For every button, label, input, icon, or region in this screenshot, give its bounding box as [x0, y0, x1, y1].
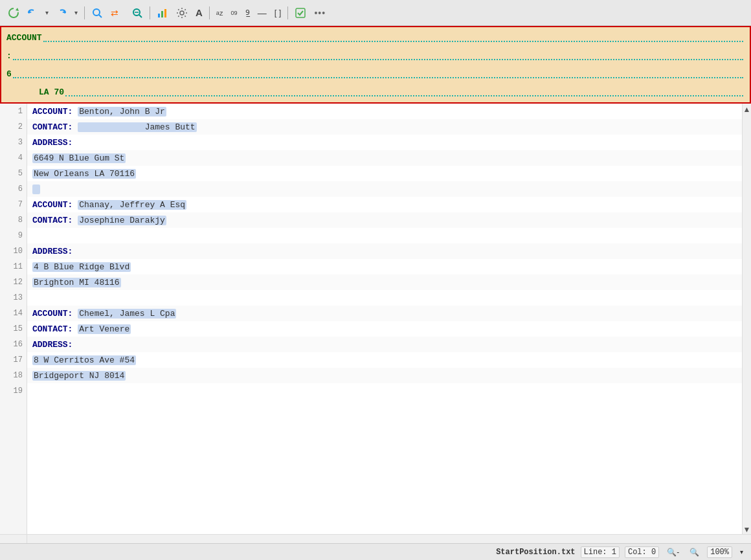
svg-rect-10: [161, 11, 163, 17]
dash-btn[interactable]: —: [255, 6, 269, 19]
table-row: 4 B Blue Ridge Blvd: [27, 259, 742, 274]
redo-btn[interactable]: [54, 6, 69, 19]
value-7: Chanay, Jeffrey A Esq: [78, 200, 186, 210]
svg-rect-13: [296, 8, 305, 17]
keyword-7: ACCOUNT:: [32, 200, 73, 210]
table-row: 8 W Cerritos Ave #54: [27, 352, 742, 368]
find-btn[interactable]: [89, 6, 106, 20]
value-8: Josephine Darakjy: [78, 216, 166, 225]
value-5: New Orleans LA 70116: [32, 169, 136, 179]
search-bar: ACCOUNT : 6 LA 70: [0, 26, 751, 104]
line-num-2: 2: [0, 119, 27, 135]
value-1: Benton, John B Jr: [78, 107, 166, 117]
table-row: ADDRESS:: [27, 337, 742, 352]
table-row: ADDRESS:: [27, 135, 742, 150]
line-num-9: 9: [0, 228, 27, 243]
dotted-line-3: [13, 69, 743, 78]
search2-btn[interactable]: [129, 6, 146, 20]
value-15: Art Venere: [78, 324, 131, 334]
hscroll-track[interactable]: [27, 535, 751, 543]
table-row: ACCOUNT: Chanay, Jeffrey A Esq: [27, 197, 742, 212]
keyword-2: CONTACT:: [32, 122, 73, 132]
value-11: 4 B Blue Ridge Blvd: [32, 262, 131, 272]
line-num-8: 8: [0, 212, 27, 228]
status-line-label: Line: 1: [581, 546, 620, 558]
dotted-line-1: [43, 33, 743, 42]
scroll-bottom-btn[interactable]: ▼: [743, 525, 751, 534]
search-label-1: ACCOUNT: [6, 33, 42, 43]
sep3: [209, 6, 210, 19]
az-btn[interactable]: az: [214, 8, 226, 18]
scroll-top-btn[interactable]: ▲: [743, 105, 751, 114]
editor-content[interactable]: ACCOUNT: Benton, John B Jr CONTACT: Jame…: [27, 104, 742, 534]
toolbar: ▾ ▾ ⇄ A az 09 9̲ — [ ] •••: [0, 0, 751, 26]
hscroll-left: [0, 535, 27, 543]
search-row-2: :: [1, 47, 750, 65]
svg-text:⇄: ⇄: [111, 8, 118, 18]
line-num-4: 4: [0, 150, 27, 166]
num-btn[interactable]: 9̲: [243, 7, 252, 18]
sep2: [150, 6, 150, 19]
keyword-16: ADDRESS:: [32, 340, 73, 350]
chart-btn[interactable]: [154, 6, 171, 20]
keyword-1: ACCOUNT:: [32, 107, 73, 117]
redo-dropdown-btn[interactable]: ▾: [72, 8, 80, 17]
font-btn[interactable]: A: [193, 6, 205, 19]
09-btn[interactable]: 09: [228, 8, 240, 17]
svg-rect-9: [158, 14, 160, 17]
settings-btn[interactable]: [174, 6, 190, 20]
line-num-15: 15: [0, 321, 27, 337]
svg-rect-11: [164, 9, 166, 17]
search-label-3: 6: [6, 69, 12, 79]
zoom-out-btn[interactable]: 🔍-: [664, 546, 682, 558]
table-row: Brighton MI 48116: [27, 274, 742, 290]
search-row-3: 6: [1, 65, 750, 83]
value-4: 6649 N Blue Gum St: [32, 153, 126, 163]
line-num-17: 17: [0, 352, 27, 368]
line-num-19: 19: [0, 383, 27, 399]
status-zoom: 100%: [707, 546, 732, 558]
line-num-7: 7: [0, 197, 27, 212]
status-col-label: Col: 0: [625, 546, 659, 558]
svg-point-12: [180, 11, 184, 15]
bracket-btn[interactable]: [ ]: [272, 6, 284, 19]
line-num-13: 13: [0, 290, 27, 306]
table-row: CONTACT: Art Venere: [27, 321, 742, 337]
table-row: [27, 290, 742, 306]
check-btn[interactable]: [292, 6, 309, 20]
refresh-btn[interactable]: [5, 6, 22, 20]
table-row: ADDRESS:: [27, 243, 742, 259]
search-label-4: LA 70: [6, 87, 64, 97]
keyword-8: CONTACT:: [32, 216, 73, 225]
undo-dropdown-btn[interactable]: ▾: [43, 8, 51, 17]
table-row: [27, 181, 742, 197]
replace-btn[interactable]: ⇄: [108, 6, 126, 20]
svg-marker-0: [16, 8, 19, 11]
svg-line-4: [99, 15, 102, 17]
zoom-in-btn[interactable]: 🔍: [687, 546, 702, 558]
more-btn[interactable]: •••: [311, 6, 328, 19]
search-label-2: :: [6, 51, 12, 61]
svg-line-7: [139, 15, 142, 17]
line-num-12: 12: [0, 274, 27, 290]
table-row: Bridgeport NJ 8014: [27, 368, 742, 383]
undo-btn[interactable]: [25, 6, 40, 19]
table-row: [27, 228, 742, 243]
editor-container: 1 2 3 4 5 6 7 8 9 10 11 12 13 14 15 16 1…: [0, 104, 751, 534]
zoom-dropdown-btn[interactable]: ▾: [737, 547, 746, 557]
line-num-1: 1: [0, 104, 27, 119]
table-row: New Orleans LA 70116: [27, 166, 742, 181]
table-row: [27, 383, 742, 399]
sep4: [287, 6, 288, 19]
dotted-line-4: [65, 87, 743, 96]
line-num-11: 11: [0, 259, 27, 274]
line-num-18: 18: [0, 368, 27, 383]
value-17: 8 W Cerritos Ave #54: [32, 355, 136, 365]
table-row: ACCOUNT: Chemel, James L Cpa: [27, 306, 742, 321]
line-num-16: 16: [0, 337, 27, 352]
line-num-3: 3: [0, 135, 27, 150]
sep1: [84, 6, 85, 19]
line-num-10: 10: [0, 243, 27, 259]
table-row: ACCOUNT: Benton, John B Jr: [27, 104, 742, 119]
status-filename: StartPosition.txt: [496, 548, 575, 557]
